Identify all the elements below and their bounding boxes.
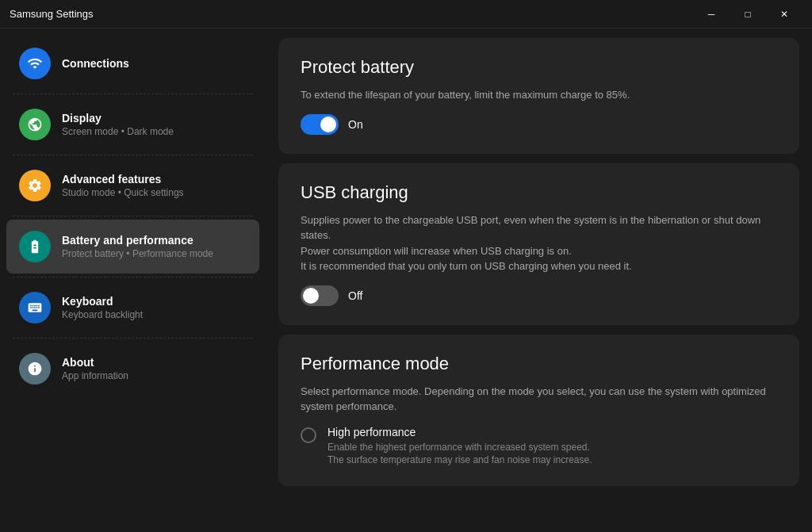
high-performance-option[interactable]: High performance Enable the highest perf… xyxy=(301,426,777,468)
about-label: About xyxy=(62,356,128,369)
performance-mode-desc: Select performance mode. Depending on th… xyxy=(301,384,777,415)
battery-performance-text: Battery and performance Protect battery … xyxy=(62,234,213,259)
high-performance-sublabel: Enable the highest performance with incr… xyxy=(327,441,592,468)
high-performance-label: High performance xyxy=(327,426,592,438)
divider-2 xyxy=(13,155,253,155)
protect-battery-card: Protect battery To extend the lifespan o… xyxy=(278,38,799,154)
connections-text: Connections xyxy=(62,57,129,70)
sidebar-item-advanced-features[interactable]: Advanced features Studio mode • Quick se… xyxy=(6,159,259,212)
protect-battery-title: Protect battery xyxy=(301,57,777,78)
sidebar-item-display[interactable]: Display Screen mode • Dark mode xyxy=(6,98,259,151)
minimize-button[interactable]: ─ xyxy=(693,0,730,29)
divider-4 xyxy=(13,277,253,277)
usb-charging-toggle-label: Off xyxy=(348,289,362,302)
about-text: About App information xyxy=(62,356,128,381)
usb-charging-toggle-row: Off xyxy=(301,285,777,306)
usb-charging-card: USB charging Supplies power to the charg… xyxy=(278,163,799,325)
usb-charging-toggle[interactable] xyxy=(301,285,339,306)
advanced-features-text: Advanced features Studio mode • Quick se… xyxy=(62,173,184,198)
display-label: Display xyxy=(62,112,174,124)
main-layout: Connections Display Screen mode • Dark m… xyxy=(0,29,812,532)
protect-battery-toggle-row: On xyxy=(301,114,777,135)
sidebar-item-keyboard[interactable]: Keyboard Keyboard backlight xyxy=(6,281,259,335)
window-controls: ─ □ ✕ xyxy=(693,0,802,29)
high-performance-radio[interactable] xyxy=(301,427,316,443)
sidebar-item-battery-performance[interactable]: Battery and performance Protect battery … xyxy=(6,220,259,274)
keyboard-label: Keyboard xyxy=(62,295,143,308)
keyboard-sublabel: Keyboard backlight xyxy=(62,309,143,320)
sidebar-item-connections[interactable]: Connections xyxy=(6,36,259,90)
keyboard-icon xyxy=(19,292,51,323)
advanced-features-label: Advanced features xyxy=(62,173,184,186)
keyboard-text: Keyboard Keyboard backlight xyxy=(62,295,143,320)
protect-battery-toggle-label: On xyxy=(348,118,363,131)
close-button[interactable]: ✕ xyxy=(766,0,802,29)
divider-5 xyxy=(13,338,253,339)
battery-icon xyxy=(19,231,51,262)
sidebar-item-about[interactable]: About App information xyxy=(6,342,259,396)
app-title: Samsung Settings xyxy=(10,8,693,20)
maximize-button[interactable]: □ xyxy=(730,0,766,29)
advanced-features-sublabel: Studio mode • Quick settings xyxy=(62,187,184,198)
protect-battery-thumb xyxy=(320,117,336,132)
usb-charging-desc: Supplies power to the chargeable USB por… xyxy=(301,212,777,274)
sidebar: Connections Display Screen mode • Dark m… xyxy=(0,29,266,532)
about-icon xyxy=(19,353,51,385)
title-bar: Samsung Settings ─ □ ✕ xyxy=(0,0,812,29)
high-performance-text: High performance Enable the highest perf… xyxy=(327,426,592,468)
protect-battery-desc: To extend the lifespan of your battery, … xyxy=(301,87,777,103)
connections-icon xyxy=(19,48,51,79)
battery-performance-label: Battery and performance xyxy=(62,234,213,247)
content-area: Protect battery To extend the lifespan o… xyxy=(266,29,812,532)
advanced-features-icon xyxy=(19,170,51,201)
divider-1 xyxy=(13,94,253,94)
display-sublabel: Screen mode • Dark mode xyxy=(62,126,174,137)
about-sublabel: App information xyxy=(62,370,128,381)
display-text: Display Screen mode • Dark mode xyxy=(62,112,174,137)
divider-3 xyxy=(13,216,253,216)
performance-mode-title: Performance mode xyxy=(301,354,777,374)
usb-charging-thumb xyxy=(303,288,319,304)
protect-battery-toggle[interactable] xyxy=(301,114,339,135)
connections-label: Connections xyxy=(62,57,129,70)
usb-charging-title: USB charging xyxy=(301,182,777,203)
display-icon xyxy=(19,109,51,140)
battery-performance-sublabel: Protect battery • Performance mode xyxy=(62,248,213,259)
performance-mode-card: Performance mode Select performance mode… xyxy=(278,335,799,487)
